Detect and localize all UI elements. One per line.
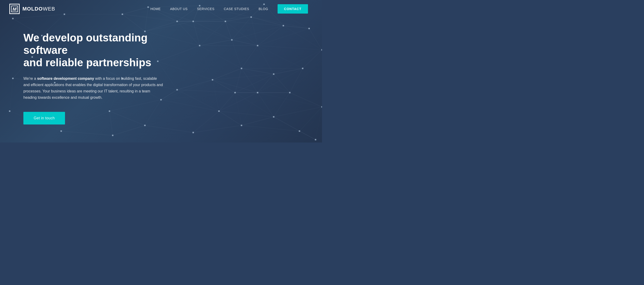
- hero-content: We develop outstanding software and reli…: [0, 18, 164, 124]
- nav-contact-button[interactable]: CONTACT: [278, 4, 308, 14]
- logo-text: MOLDOWEB: [22, 6, 55, 12]
- hero-description: We're a software development company wit…: [24, 75, 164, 101]
- nav-item-case-studies[interactable]: CASE STUDIES: [224, 7, 249, 11]
- svg-text:M: M: [13, 7, 17, 12]
- logo-icon: M: [9, 4, 20, 14]
- nav-item-services[interactable]: SERVICES: [197, 7, 214, 11]
- navbar: M MOLDOWEB HOME ABOUT US SERVICES CASE S…: [0, 0, 322, 18]
- get-in-touch-button[interactable]: Get in touch: [24, 112, 65, 124]
- nav-item-about[interactable]: ABOUT US: [170, 7, 188, 11]
- hero-section: M MOLDOWEB HOME ABOUT US SERVICES CASE S…: [0, 0, 322, 143]
- hero-title: We develop outstanding software and reli…: [24, 32, 164, 69]
- logo-link[interactable]: M MOLDOWEB: [9, 4, 55, 14]
- nav-links: HOME ABOUT US SERVICES CASE STUDIES BLOG…: [150, 7, 308, 11]
- nav-item-blog[interactable]: BLOG: [259, 7, 268, 11]
- nav-item-home[interactable]: HOME: [150, 7, 161, 11]
